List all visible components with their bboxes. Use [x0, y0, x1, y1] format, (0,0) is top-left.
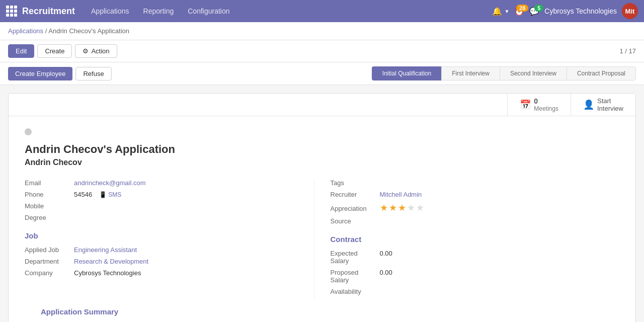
refuse-button[interactable]: Refuse — [75, 67, 111, 80]
stage-left-actions: Create Employee Refuse — [8, 67, 112, 80]
star-4[interactable]: ★ — [407, 202, 415, 213]
availability-row: Availability — [331, 288, 620, 295]
recruiter-value[interactable]: Mitchell Admin — [380, 191, 422, 198]
create-employee-button[interactable]: Create Employee — [8, 67, 72, 80]
applicant-title: Andrin Checov's Application — [25, 143, 619, 156]
start-interview-button[interactable]: 👤 StartInterview — [571, 94, 635, 116]
sms-phone-icon: 📱 — [99, 191, 107, 198]
form-columns: Email andrincheck@gmail.com Phone 54546 … — [25, 179, 619, 299]
form-col-right: Tags Recruiter Mitchell Admin Appreciati… — [314, 179, 620, 299]
nav-reporting[interactable]: Reporting — [137, 4, 180, 18]
degree-label: Degree — [25, 214, 70, 221]
source-label: Source — [331, 217, 376, 225]
applicant-name: Andrin Checov — [25, 158, 619, 167]
recruiter-row: Recruiter Mitchell Admin — [331, 191, 620, 198]
proposed-salary-value: 0.00 — [380, 269, 392, 276]
nav-configuration[interactable]: Configuration — [182, 4, 235, 18]
user-initials: Mit — [625, 8, 635, 15]
activity-badge-container: ⏰ 28 — [514, 7, 524, 16]
phone-value: 54546 — [74, 191, 92, 198]
navbar: Recruitment Applications Reporting Confi… — [0, 0, 644, 22]
applied-job-value[interactable]: Engineering Assistant — [74, 246, 137, 254]
form-spacer — [9, 94, 507, 116]
expected-salary-value: 0.00 — [380, 250, 392, 257]
message-badge-container: 💬 5 — [529, 7, 539, 16]
bell-icon: 🔔 — [492, 7, 502, 16]
action-button[interactable]: ⚙ Action — [75, 44, 117, 58]
meetings-label: Meetings — [534, 105, 558, 112]
applied-job-row: Applied Job Engineering Assistant — [25, 246, 314, 254]
availability-label: Availability — [331, 288, 376, 295]
stage-step-3[interactable]: Contract Proposal — [567, 66, 636, 80]
department-value[interactable]: Research & Development — [74, 258, 148, 265]
edit-button[interactable]: Edit — [8, 44, 34, 58]
appreciation-label: Appreciation — [331, 205, 376, 212]
user-avatar[interactable]: Mit — [622, 3, 638, 19]
source-row: Source — [331, 217, 620, 225]
action-bar: Edit Create ⚙ Action 1 / 17 — [0, 40, 644, 62]
activity-count: 28 — [516, 5, 528, 12]
email-value[interactable]: andrincheck@gmail.com — [74, 179, 146, 187]
grid-icon[interactable] — [6, 6, 17, 17]
brand-title: Recruitment — [22, 6, 75, 17]
star-2[interactable]: ★ — [389, 202, 397, 213]
applied-job-label: Applied Job — [25, 246, 70, 254]
mobile-row: Mobile — [25, 202, 314, 210]
sms-label: SMS — [108, 191, 121, 198]
degree-row: Degree — [25, 214, 314, 221]
form-card: 📅 0 Meetings 👤 StartInterview Andrin Che… — [8, 93, 636, 322]
breadcrumb-current: Andrin Checov's Application — [48, 27, 129, 35]
form-col-left: Email andrincheck@gmail.com Phone 54546 … — [25, 179, 314, 299]
company-label: Company — [25, 269, 70, 277]
notification-bell[interactable]: 🔔 ▼ — [492, 7, 509, 16]
navbar-right: 🔔 ▼ ⏰ 28 💬 5 Cybrosys Technologies Mit — [492, 3, 638, 19]
main-content: 📅 0 Meetings 👤 StartInterview Andrin Che… — [0, 85, 644, 322]
email-row: Email andrincheck@gmail.com — [25, 179, 314, 187]
proposed-salary-label: Proposed Salary — [331, 269, 376, 284]
department-label: Department — [25, 258, 70, 265]
tags-label: Tags — [331, 179, 376, 187]
app-summary-title: Application Summary — [25, 299, 619, 322]
create-button[interactable]: Create — [37, 44, 72, 58]
star-5[interactable]: ★ — [416, 202, 424, 213]
star-3[interactable]: ★ — [398, 202, 406, 213]
company-value: Cybrosys Technologies — [74, 269, 141, 277]
message-count: 5 — [534, 5, 543, 12]
form-topbar: 📅 0 Meetings 👤 StartInterview — [9, 94, 635, 116]
app-brand: Recruitment — [6, 6, 75, 17]
department-row: Department Research & Development — [25, 258, 314, 265]
recruiter-label: Recruiter — [331, 191, 376, 198]
bell-arrow: ▼ — [504, 9, 509, 14]
breadcrumb: Applications / Andrin Checov's Applicati… — [0, 22, 644, 40]
action-label: Action — [91, 47, 109, 55]
mobile-label: Mobile — [25, 202, 70, 210]
appreciation-stars[interactable]: ★★★★★ — [380, 202, 424, 213]
calendar-icon: 📅 — [520, 99, 531, 110]
stage-step-2[interactable]: Second Interview — [500, 66, 567, 80]
nav-applications[interactable]: Applications — [85, 4, 135, 18]
page-counter: 1 / 17 — [619, 47, 636, 55]
phone-row: Phone 54546 📱 SMS — [25, 191, 314, 198]
stage-bar: Create Employee Refuse Initial Qualifica… — [0, 62, 644, 85]
company-name: Cybrosys Technologies — [544, 7, 617, 15]
tags-row: Tags — [331, 179, 620, 187]
expected-salary-label: Expected Salary — [331, 250, 376, 265]
stage-step-1[interactable]: First Interview — [441, 66, 500, 80]
gear-icon: ⚙ — [83, 47, 89, 55]
stage-step-0[interactable]: Initial Qualification — [372, 66, 441, 80]
meetings-button[interactable]: 📅 0 Meetings — [507, 94, 571, 116]
email-label: Email — [25, 179, 70, 187]
job-section-title: Job — [25, 231, 314, 240]
meetings-info: 0 Meetings — [534, 97, 558, 112]
start-interview-label: StartInterview — [597, 97, 623, 112]
contract-section-title: Contract — [331, 235, 620, 244]
form-body: Andrin Checov's Application Andrin Checo… — [9, 116, 635, 322]
appreciation-row: Appreciation ★★★★★ — [331, 202, 620, 213]
star-1[interactable]: ★ — [380, 202, 388, 213]
start-interview-info: StartInterview — [597, 97, 623, 112]
sms-button[interactable]: 📱 SMS — [99, 191, 121, 198]
status-dot — [25, 128, 32, 135]
breadcrumb-parent[interactable]: Applications — [8, 27, 43, 35]
phone-label: Phone — [25, 191, 70, 198]
person-icon: 👤 — [583, 99, 594, 110]
